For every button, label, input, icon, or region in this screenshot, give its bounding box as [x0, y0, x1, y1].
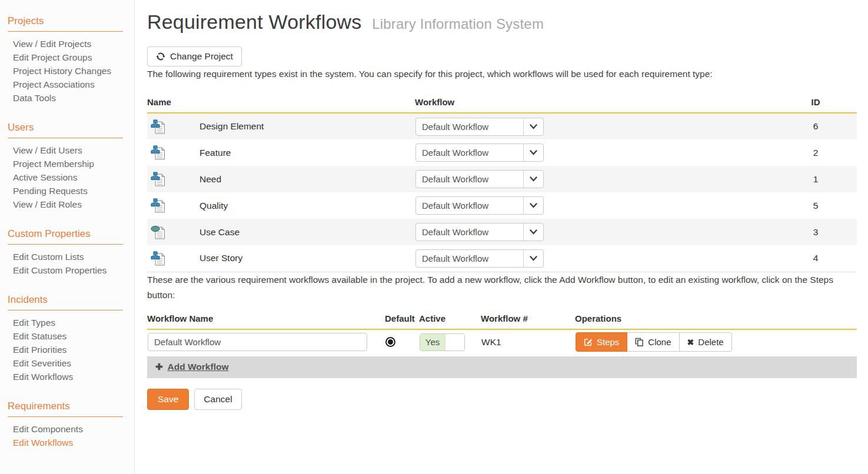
- sidebar-item-project-associations[interactable]: Project Associations: [8, 78, 134, 91]
- sidebar-item-view-edit-roles[interactable]: View / Edit Roles: [8, 198, 134, 211]
- workflow-dropdown-quality[interactable]: Default Workflow: [415, 196, 544, 215]
- sidebar-title-projects[interactable]: Projects: [8, 15, 123, 32]
- sidebar-item-view-edit-projects[interactable]: View / Edit Projects: [8, 37, 134, 51]
- active-toggle-knob: [445, 334, 464, 351]
- workflow-dropdown-feature[interactable]: Default Workflow: [415, 143, 544, 162]
- table-row-quality: Quality Default Workflow 5: [147, 192, 857, 219]
- refresh-icon: [156, 52, 165, 61]
- sidebar-item-data-tools[interactable]: Data Tools: [8, 91, 134, 105]
- workflow-dropdown-value: Default Workflow: [416, 227, 523, 237]
- form-actions: Save Cancel: [147, 389, 857, 410]
- active-toggle-label: Yes: [420, 334, 445, 351]
- add-workflow-link[interactable]: ✚ Add Workflow: [155, 362, 228, 372]
- workflow-number: WK1: [481, 329, 575, 356]
- default-workflow-radio[interactable]: [385, 337, 395, 347]
- sidebar-item-edit-custom-properties[interactable]: Edit Custom Properties: [8, 263, 134, 277]
- sidebar-section-incidents: Incidents Edit Types Edit Statuses Edit …: [8, 294, 134, 383]
- delete-button[interactable]: ✖ Delete: [679, 332, 732, 352]
- chevron-down-icon[interactable]: [523, 197, 543, 214]
- requirement-type-id: 1: [774, 166, 857, 192]
- sidebar-section-custom-properties: Custom Properties Edit Custom Lists Edit…: [8, 228, 134, 277]
- requirement-type-id: 3: [774, 219, 857, 245]
- workflow-dropdown-value: Default Workflow: [416, 253, 523, 263]
- sidebar-item-view-edit-users[interactable]: View / Edit Users: [8, 143, 134, 157]
- clone-copy-icon: [635, 338, 644, 346]
- requirement-summary-icon: [151, 251, 198, 266]
- requirement-type-name: Need: [199, 166, 415, 192]
- chevron-down-icon[interactable]: [523, 144, 543, 161]
- sidebar-item-edit-requirement-workflows[interactable]: Edit Workflows: [8, 436, 134, 449]
- requirement-type-name: Design Element: [199, 113, 415, 139]
- requirement-type-id: 2: [774, 139, 857, 166]
- chevron-down-icon[interactable]: [523, 250, 543, 267]
- sidebar-section-projects: Projects View / Edit Projects Edit Proje…: [8, 15, 134, 105]
- sidebar-item-project-membership[interactable]: Project Membership: [8, 157, 134, 171]
- sidebar-title-users[interactable]: Users: [8, 122, 123, 138]
- column-header-workflow-name: Workflow Name: [147, 311, 385, 329]
- admin-sidebar: Projects View / Edit Projects Edit Proje…: [0, 0, 135, 474]
- requirement-types-intro: The following requirement types exist in…: [147, 66, 857, 82]
- sidebar-title-requirements[interactable]: Requirements: [8, 400, 123, 417]
- requirement-summary-icon: [151, 145, 198, 161]
- table-row-use-case: Use Case Default Workflow 3: [147, 219, 857, 245]
- cancel-button[interactable]: Cancel: [194, 389, 241, 410]
- use-case-icon: [151, 224, 198, 240]
- requirement-type-name: Feature: [199, 139, 415, 166]
- workflow-dropdown-value: Default Workflow: [416, 201, 523, 211]
- plus-icon: ✚: [155, 362, 163, 372]
- column-header-name: Name: [147, 95, 415, 113]
- requirement-type-id: 5: [774, 192, 857, 219]
- sidebar-item-edit-components[interactable]: Edit Components: [8, 422, 134, 436]
- workflow-dropdown-design-element[interactable]: Default Workflow: [415, 118, 544, 136]
- sidebar-title-custom-properties[interactable]: Custom Properties: [8, 228, 123, 245]
- change-project-button[interactable]: Change Project: [147, 46, 242, 66]
- chevron-down-icon[interactable]: [523, 171, 543, 188]
- chevron-down-icon[interactable]: [523, 223, 543, 241]
- workflow-row: Yes WK1 St: [147, 329, 857, 356]
- chevron-down-icon[interactable]: [523, 118, 543, 135]
- sidebar-item-pending-requests[interactable]: Pending Requests: [8, 184, 134, 198]
- requirement-type-id: 4: [774, 245, 857, 272]
- save-button[interactable]: Save: [147, 389, 189, 410]
- requirement-type-name: User Story: [199, 245, 415, 272]
- sidebar-item-edit-priorities[interactable]: Edit Priorities: [8, 343, 134, 356]
- delete-x-icon: ✖: [687, 338, 694, 347]
- sidebar-item-edit-types[interactable]: Edit Types: [8, 316, 134, 329]
- sidebar-section-users: Users View / Edit Users Project Membersh…: [8, 122, 134, 211]
- edit-pencil-icon: [584, 338, 593, 346]
- column-header-id: ID: [774, 95, 857, 113]
- sidebar-item-edit-project-groups[interactable]: Edit Project Groups: [8, 51, 134, 64]
- workflow-dropdown-need[interactable]: Default Workflow: [415, 170, 544, 188]
- active-toggle[interactable]: Yes: [420, 333, 465, 351]
- sidebar-item-edit-statuses[interactable]: Edit Statuses: [8, 329, 134, 343]
- steps-button[interactable]: Steps: [576, 332, 627, 352]
- sidebar-section-requirements: Requirements Edit Components Edit Workfl…: [8, 400, 134, 449]
- clone-button[interactable]: Clone: [627, 332, 679, 352]
- workflow-dropdown-value: Default Workflow: [416, 148, 523, 158]
- page-title-text: Requirement Workflows: [147, 11, 361, 33]
- sidebar-item-edit-severities[interactable]: Edit Severities: [8, 356, 134, 370]
- column-header-workflow-number: Workflow #: [481, 311, 575, 329]
- workflow-dropdown-use-case[interactable]: Default Workflow: [415, 223, 544, 241]
- clone-button-label: Clone: [648, 337, 671, 347]
- workflows-intro: These are the various requirement workfl…: [147, 272, 842, 303]
- workflow-dropdown-user-story[interactable]: Default Workflow: [415, 249, 544, 268]
- requirement-type-name: Use Case: [199, 219, 415, 245]
- workflow-dropdown-value: Default Workflow: [416, 122, 523, 132]
- table-row-user-story: User Story Default Workflow 4: [147, 245, 857, 272]
- workflows-table: Workflow Name Default Active Workflow # …: [147, 311, 857, 378]
- column-header-default: Default: [385, 311, 419, 329]
- sidebar-item-edit-custom-lists[interactable]: Edit Custom Lists: [8, 250, 134, 263]
- requirement-summary-icon: [151, 171, 198, 187]
- sidebar-item-project-history-changes[interactable]: Project History Changes: [8, 64, 134, 78]
- workflow-name-input[interactable]: [148, 333, 367, 351]
- requirement-types-table: Name Workflow ID: [147, 95, 857, 272]
- requirement-summary-icon: [151, 119, 198, 135]
- sidebar-title-incidents[interactable]: Incidents: [8, 294, 123, 311]
- sidebar-item-active-sessions[interactable]: Active Sessions: [8, 171, 134, 184]
- sidebar-item-edit-incident-workflows[interactable]: Edit Workflows: [8, 370, 134, 383]
- add-workflow-label: Add Workflow: [168, 362, 229, 372]
- table-row-design-element: Design Element Default Workflow 6: [147, 113, 857, 139]
- column-header-active: Active: [419, 311, 481, 329]
- column-header-workflow: Workflow: [415, 95, 774, 113]
